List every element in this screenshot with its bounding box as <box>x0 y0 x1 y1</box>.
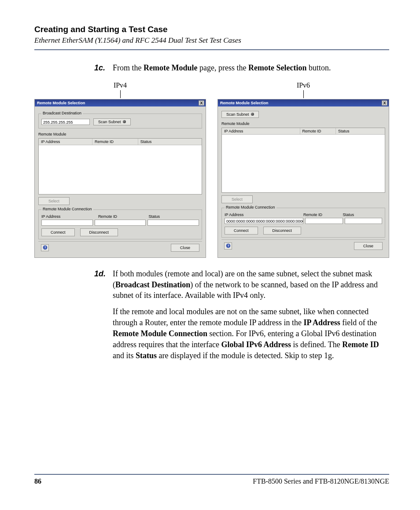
button-label: Scan Subnet <box>226 112 249 117</box>
connection-ip-input[interactable] <box>41 220 93 226</box>
text: From the <box>113 63 144 72</box>
connection-ip-input[interactable]: 0000:0000:0000:0000:0000:0000:0000:0000 <box>225 218 303 224</box>
status-dot-icon <box>123 120 126 123</box>
remote-module-list[interactable]: IP Address Remote ID Status <box>221 128 385 193</box>
ipv6-label: IPv6 <box>297 81 310 89</box>
text: button. <box>306 63 331 72</box>
page-subtitle: Ethernet EtherSAM (Y.1564) and RFC 2544 … <box>34 36 389 45</box>
col-status[interactable]: Status <box>138 139 202 145</box>
pointer-line <box>303 90 304 98</box>
select-button[interactable]: Select <box>38 197 70 205</box>
label-ip-address: IP Address <box>225 213 303 217</box>
text-bold: Remote ID <box>342 340 379 349</box>
close-button[interactable]: Close <box>171 244 199 252</box>
select-button[interactable]: Select <box>221 195 253 203</box>
remote-module-list[interactable]: IP Address Remote ID Status <box>38 138 202 194</box>
col-remote-id[interactable]: Remote ID <box>300 128 336 134</box>
text-bold: Broadcast Destination <box>115 280 190 289</box>
connection-remote-id-field <box>305 218 343 224</box>
step-1d-text: If both modules (remote and local) are o… <box>113 268 389 361</box>
text-bold: Remote Module Connection <box>113 329 207 338</box>
step-1d-number: 1d. <box>94 268 113 361</box>
disconnect-button[interactable]: Disconnect <box>80 228 118 236</box>
dialog-title: Remote Module Selection <box>220 101 269 105</box>
ipv6-dialog: Remote Module Selection X Scan Subnet Re… <box>217 99 389 258</box>
text: page, press the <box>197 63 248 72</box>
scan-subnet-button[interactable]: Scan Subnet <box>221 111 259 118</box>
col-status[interactable]: Status <box>336 128 385 134</box>
button-label: Scan Subnet <box>98 120 121 124</box>
disconnect-button[interactable]: Disconnect <box>263 227 302 235</box>
text: and its <box>113 351 136 360</box>
page-number: 86 <box>34 477 41 485</box>
step-1c-text: From the Remote Module page, press the R… <box>113 62 389 73</box>
ipv4-dialog: Remote Module Selection X Broadcast Dest… <box>34 99 206 258</box>
header-rule <box>34 49 389 50</box>
text-bold: Status <box>136 351 157 360</box>
step-1c-number: 1c. <box>94 62 113 73</box>
ipv4-label: IPv4 <box>114 81 127 89</box>
label-remote-id: Remote ID <box>98 214 149 219</box>
text-bold: Remote Module <box>144 63 197 72</box>
help-icon: ? <box>43 245 48 250</box>
text: is defined. The <box>291 340 342 349</box>
connect-button[interactable]: Connect <box>225 227 258 235</box>
group-label: Remote Module Connection <box>225 205 276 209</box>
help-button[interactable]: ? <box>224 242 232 249</box>
book-series: FTB-8500 Series and FTB-8120NGE/8130NGE <box>253 477 389 485</box>
connection-status-field <box>345 218 382 224</box>
text-bold: Remote Selection <box>248 63 306 72</box>
page-title: Creating and Starting a Test Case <box>34 25 389 34</box>
label-status: Status <box>148 214 199 219</box>
close-icon[interactable]: X <box>382 100 387 106</box>
help-button[interactable]: ? <box>41 244 49 251</box>
svg-text:?: ? <box>227 245 229 248</box>
close-button[interactable]: Close <box>354 242 383 250</box>
col-ip-address[interactable]: IP Address <box>222 128 300 134</box>
label-remote-id: Remote ID <box>303 213 343 217</box>
scan-subnet-button[interactable]: Scan Subnet <box>93 118 131 125</box>
text: field of the <box>340 318 377 327</box>
list-header: IP Address Remote ID Status <box>222 128 385 135</box>
col-remote-id[interactable]: Remote ID <box>92 139 138 145</box>
label-status: Status <box>343 213 383 217</box>
dialog-title: Remote Module Selection <box>37 101 85 105</box>
dialog-titlebar: Remote Module Selection X <box>35 99 206 106</box>
close-icon[interactable]: X <box>199 100 204 106</box>
help-icon: ? <box>226 243 231 248</box>
pointer-line <box>120 90 121 98</box>
svg-text:?: ? <box>44 246 46 249</box>
connection-remote-id-field <box>95 220 146 226</box>
group-label: Remote Module Connection <box>41 207 93 211</box>
status-dot-icon <box>251 113 254 116</box>
dialog-titlebar: Remote Module Selection X <box>218 99 389 106</box>
connection-status-field <box>147 220 199 226</box>
group-label: Broadcast Destination <box>41 111 83 115</box>
list-header: IP Address Remote ID Status <box>39 139 202 145</box>
col-ip-address[interactable]: IP Address <box>39 139 92 145</box>
connect-button[interactable]: Connect <box>41 228 75 236</box>
remote-module-connection-group: Remote Module Connection IP Address Remo… <box>38 209 202 239</box>
remote-module-label: Remote Module <box>221 121 385 126</box>
text: are displayed if the module is detected.… <box>157 351 334 360</box>
text-bold: IP Address <box>304 318 340 327</box>
label-ip-address: IP Address <box>41 214 98 219</box>
page-footer: 86 FTB-8500 Series and FTB-8120NGE/8130N… <box>34 474 389 485</box>
remote-module-connection-group: Remote Module Connection IP Address Remo… <box>221 208 385 238</box>
broadcast-destination-group: Broadcast Destination 255.255.255.255 Sc… <box>38 114 202 128</box>
remote-module-label: Remote Module <box>38 132 202 136</box>
text-bold: Global IPv6 Address <box>221 340 291 349</box>
broadcast-destination-input[interactable]: 255.255.255.255 <box>41 119 90 125</box>
